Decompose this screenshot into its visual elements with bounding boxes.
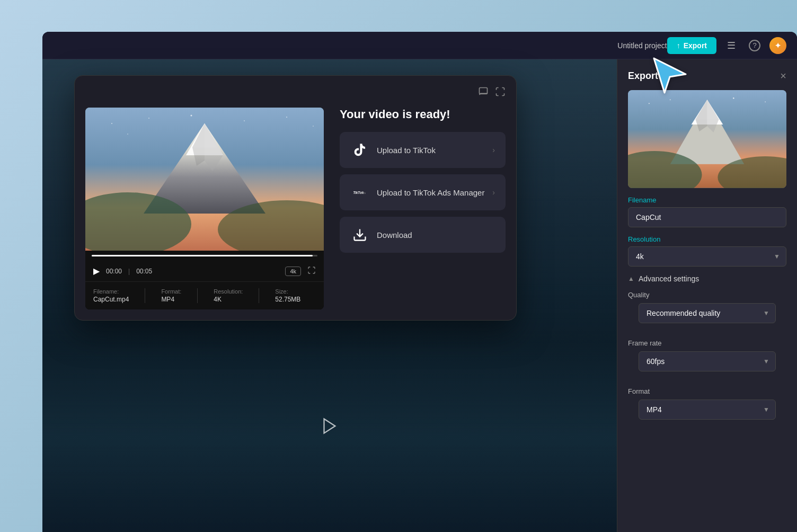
meta-resolution: Resolution: 4K (214, 288, 243, 303)
app-window: Untitled project ↑ Export ☰ ? ✦ (42, 32, 797, 532)
meta-separator-3 (259, 288, 259, 303)
menu-icon: ☰ (727, 40, 736, 51)
filename-input[interactable] (628, 207, 786, 227)
advanced-settings-collapse-icon: ▲ (628, 275, 634, 282)
meta-resolution-value: 4K (214, 296, 243, 303)
progress-bar[interactable] (92, 255, 317, 256)
progress-bar-fill (92, 255, 313, 256)
fullscreen-icon-button[interactable] (495, 86, 506, 100)
svg-point-7 (313, 126, 314, 127)
title-bar-actions: ↑ Export ☰ ? ✦ (667, 37, 786, 54)
menu-button[interactable]: ☰ (723, 37, 740, 54)
frame-rate-select-wrapper: 60fps 30fps 24fps ▼ (639, 351, 776, 371)
fullscreen-button[interactable] (307, 266, 316, 276)
download-label: Download (377, 230, 495, 240)
user-avatar-button[interactable]: ✦ (769, 37, 786, 54)
format-select-wrapper: MP4 MOV AVI ▼ (639, 400, 776, 420)
svg-point-8 (127, 134, 128, 135)
meta-filename-label: Filename: (93, 288, 129, 295)
frame-rate-select[interactable]: 60fps 30fps 24fps (639, 351, 776, 371)
export-thumbnail (628, 90, 786, 188)
quality-badge[interactable]: 4k (285, 267, 301, 276)
project-title: Untitled project (617, 41, 667, 50)
upload-tiktok-ads-label: Upload to TikTok Ads Manager (377, 188, 485, 197)
meta-separator-1 (145, 288, 145, 303)
app-content: ▶ 00:00 | 00:05 4k (42, 59, 797, 532)
upload-tiktok-button[interactable]: Upload to TikTok › (340, 132, 506, 168)
quality-section: Quality Recommended quality High quality… (617, 291, 797, 339)
video-preview: ▶ 00:00 | 00:05 4k (85, 108, 324, 309)
format-select[interactable]: MP4 MOV AVI (639, 400, 776, 420)
quality-select-wrapper: Recommended quality High quality Low qua… (639, 303, 776, 323)
video-ready-modal: ▶ 00:00 | 00:05 4k (74, 75, 517, 321)
svg-marker-20 (324, 419, 335, 433)
cursor-arrow-image (649, 53, 691, 95)
close-icon: × (780, 70, 786, 82)
progress-bar-area (85, 251, 324, 261)
video-meta: Filename: CapCut.mp4 Format: MP4 Resolut… (85, 281, 324, 309)
comment-icon-button[interactable] (478, 86, 489, 100)
svg-text:Ads: Ads (360, 191, 366, 194)
tiktok-ads-chevron-icon: › (492, 188, 495, 197)
help-button[interactable]: ? (746, 37, 763, 54)
time-total: 00:05 (136, 268, 152, 275)
svg-marker-33 (654, 58, 686, 93)
svg-point-25 (765, 101, 766, 102)
mountain-preview-image (85, 108, 324, 251)
video-controls: ▶ 00:00 | 00:05 4k (85, 261, 324, 281)
meta-size-label: Size: (275, 288, 300, 295)
format-label: Format (628, 387, 786, 395)
svg-point-24 (733, 97, 734, 99)
svg-rect-0 (480, 88, 488, 94)
meta-filename-value: CapCut.mp4 (93, 296, 129, 303)
help-icon: ? (749, 40, 760, 51)
meta-separator-2 (197, 288, 198, 303)
meta-format: Format: MP4 (161, 288, 181, 303)
main-area-play-button[interactable] (319, 415, 340, 437)
upload-tiktok-ads-button[interactable]: TikTok Ads Upload to TikTok Ads Manager … (340, 174, 506, 210)
export-panel-header: Export × (617, 59, 797, 90)
svg-point-5 (244, 120, 245, 121)
svg-point-22 (649, 103, 650, 104)
svg-point-4 (191, 115, 192, 117)
advanced-settings-label: Advanced settings (639, 274, 699, 283)
time-current: 00:00 (106, 268, 122, 275)
play-button[interactable]: ▶ (93, 266, 100, 276)
frame-rate-section: Frame rate 60fps 30fps 24fps ▼ (617, 339, 797, 387)
svg-point-23 (670, 99, 671, 100)
tiktok-ads-icon: TikTok Ads (350, 183, 369, 202)
main-canvas: ▶ 00:00 | 00:05 4k (42, 59, 617, 532)
meta-format-label: Format: (161, 288, 181, 295)
avatar-icon: ✦ (775, 41, 781, 50)
modal-content: ▶ 00:00 | 00:05 4k (85, 108, 506, 309)
meta-size-value: 52.75MB (275, 296, 300, 303)
download-icon (350, 225, 369, 244)
quality-select[interactable]: Recommended quality High quality Low qua… (639, 303, 776, 323)
resolution-label: Resolution (617, 235, 797, 246)
export-button[interactable]: ↑ Export (667, 37, 716, 54)
export-panel: Export × (617, 59, 797, 532)
resolution-select[interactable]: 4k 1080p 720p (628, 246, 786, 267)
modal-top-icons (85, 86, 506, 100)
svg-point-2 (111, 123, 112, 124)
meta-resolution-label: Resolution: (214, 288, 243, 295)
meta-format-value: MP4 (161, 296, 181, 303)
advanced-settings-toggle[interactable]: ▲ Advanced settings (617, 274, 797, 291)
tiktok-chevron-icon: › (492, 146, 495, 154)
frame-rate-label: Frame rate (628, 339, 786, 347)
format-section: Format MP4 MOV AVI ▼ (617, 387, 797, 436)
export-upload-icon: ↑ (677, 41, 680, 50)
meta-size: Size: 52.75MB (275, 288, 300, 303)
filename-label: Filename (617, 196, 797, 207)
time-separator: | (128, 268, 130, 275)
quality-label: Quality (628, 291, 786, 299)
export-panel-close-button[interactable]: × (780, 70, 786, 82)
svg-point-6 (286, 117, 287, 118)
tiktok-icon (350, 140, 369, 159)
modal-right: Your video is ready! Upload to TikTok › (340, 108, 506, 309)
video-screen (85, 108, 324, 251)
download-button[interactable]: Download (340, 217, 506, 253)
upload-tiktok-label: Upload to TikTok (377, 146, 485, 155)
svg-point-3 (148, 118, 149, 119)
video-ready-title: Your video is ready! (340, 108, 506, 121)
